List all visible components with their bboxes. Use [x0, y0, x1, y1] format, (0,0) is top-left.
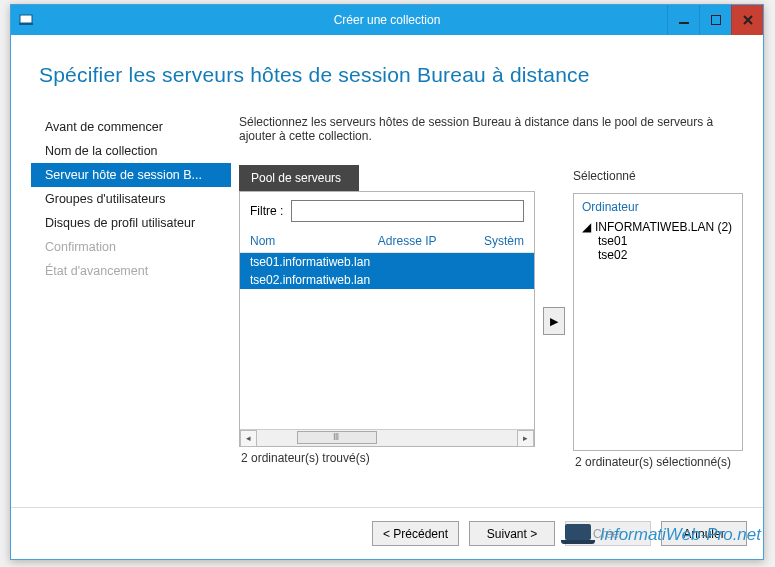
col-ip[interactable]: Adresse IP	[378, 234, 469, 248]
main-panel: Sélectionnez les serveurs hôtes de sessi…	[231, 115, 743, 507]
pool-rows[interactable]: tse01.informatiweb.lan tse02.informatiwe…	[240, 253, 534, 429]
add-selected-button[interactable]: ▶	[543, 307, 565, 335]
pool-tab[interactable]: Pool de serveurs	[239, 165, 359, 191]
close-button[interactable]	[731, 5, 763, 35]
pool-row[interactable]: tse02.informatiweb.lan	[240, 271, 534, 289]
next-button[interactable]: Suivant >	[469, 521, 555, 546]
scroll-track[interactable]: Ⅲ	[257, 430, 517, 447]
col-name[interactable]: Nom	[250, 234, 378, 248]
page-title: Spécifier les serveurs hôtes de session …	[39, 63, 743, 87]
tree-root-node[interactable]: ◢ INFORMATIWEB.LAN (2)	[582, 220, 742, 234]
tree-leaf[interactable]: tse02	[582, 248, 742, 262]
nav-before-start[interactable]: Avant de commencer	[31, 115, 231, 139]
pool-column-headers[interactable]: Nom Adresse IP Systèm	[240, 230, 534, 253]
selected-count-status: 2 ordinateur(s) sélectionné(s)	[573, 451, 743, 473]
nav-user-groups[interactable]: Groupes d'utilisateurs	[31, 187, 231, 211]
scroll-right-button[interactable]: ▸	[517, 430, 534, 447]
selected-column: Sélectionné Ordinateur ◢ INFORMATIWEB.LA…	[573, 165, 743, 473]
wizard-nav: Avant de commencer Nom de la collection …	[31, 115, 231, 507]
wizard-window: Créer une collection Spécifier les serve…	[10, 4, 764, 560]
wizard-footer: < Précédent Suivant > Créer Annuler	[11, 507, 763, 559]
previous-button[interactable]: < Précédent	[372, 521, 459, 546]
nav-profile-disks[interactable]: Disques de profil utilisateur	[31, 211, 231, 235]
pool-row[interactable]: tse01.informatiweb.lan	[240, 253, 534, 271]
svg-rect-1	[19, 23, 33, 25]
svg-rect-3	[711, 15, 721, 25]
collapse-icon[interactable]: ◢	[582, 220, 591, 234]
transfer-arrow-column: ▶	[543, 193, 565, 449]
tree-leaf[interactable]: tse01	[582, 234, 742, 248]
minimize-button[interactable]	[667, 5, 699, 35]
maximize-button[interactable]	[699, 5, 731, 35]
filter-input[interactable]	[291, 200, 524, 222]
scroll-left-button[interactable]: ◂	[240, 430, 257, 447]
window-buttons	[667, 5, 763, 35]
nav-session-host[interactable]: Serveur hôte de session B...	[31, 163, 231, 187]
instruction-text: Sélectionnez les serveurs hôtes de sessi…	[239, 115, 739, 143]
pool-found-status: 2 ordinateur(s) trouvé(s)	[239, 447, 535, 469]
filter-label: Filtre :	[250, 204, 283, 218]
selected-label: Sélectionné	[573, 169, 743, 183]
titlebar[interactable]: Créer une collection	[11, 5, 763, 35]
app-icon	[11, 13, 41, 27]
cancel-button[interactable]: Annuler	[661, 521, 747, 546]
nav-collection-name[interactable]: Nom de la collection	[31, 139, 231, 163]
col-os[interactable]: Systèm	[469, 234, 524, 248]
tree-root-label: INFORMATIWEB.LAN (2)	[595, 220, 732, 234]
nav-confirmation: Confirmation	[31, 235, 231, 259]
server-pool-column: Pool de serveurs Filtre : Nom Adresse IP…	[239, 165, 535, 469]
selected-col-header[interactable]: Ordinateur	[578, 198, 742, 220]
nav-progress: État d'avancement	[31, 259, 231, 283]
selected-box[interactable]: Ordinateur ◢ INFORMATIWEB.LAN (2) tse01 …	[573, 193, 743, 451]
create-button: Créer	[565, 521, 651, 546]
horizontal-scrollbar[interactable]: ◂ Ⅲ ▸	[240, 429, 534, 446]
svg-rect-2	[679, 22, 689, 24]
window-title: Créer une collection	[334, 13, 441, 27]
svg-rect-0	[20, 15, 32, 23]
content: Spécifier les serveurs hôtes de session …	[11, 35, 763, 507]
scroll-thumb[interactable]: Ⅲ	[297, 431, 377, 444]
pool-box: Filtre : Nom Adresse IP Systèm tse01.inf…	[239, 191, 535, 447]
